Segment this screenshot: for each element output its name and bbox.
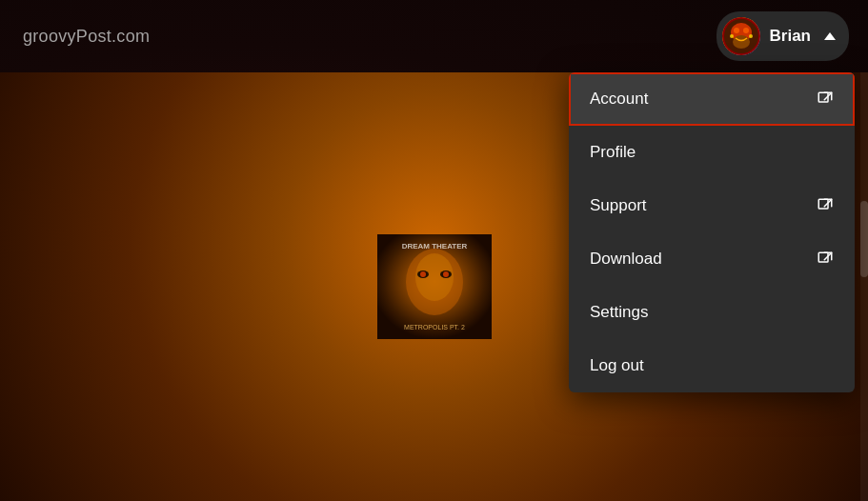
chevron-up-icon (824, 32, 836, 40)
header: groovyPost.com Brian (0, 0, 868, 72)
scrollbar-track[interactable] (860, 72, 868, 501)
svg-point-4 (734, 28, 739, 33)
avatar (722, 17, 760, 55)
username-label: Brian (770, 27, 811, 46)
menu-item-download[interactable]: Download (569, 232, 855, 286)
menu-item-profile[interactable]: Profile (569, 126, 855, 179)
external-link-icon-support (817, 197, 834, 214)
menu-item-support[interactable]: Support (569, 179, 855, 232)
scrollbar-thumb[interactable] (860, 201, 868, 277)
svg-point-3 (733, 35, 750, 49)
svg-point-6 (730, 34, 734, 38)
album-art-dreamtheater[interactable]: DREAM THEATER METROPOLIS PT. 2 (229, 225, 343, 330)
user-dropdown-menu: Account Profile Support Download Setting… (569, 72, 855, 392)
menu-item-logout[interactable]: Log out (569, 339, 855, 392)
user-menu-button[interactable]: Brian (717, 11, 849, 61)
menu-item-account[interactable]: Account (569, 72, 855, 126)
avatar-image (722, 17, 760, 55)
external-link-icon-account (817, 90, 834, 108)
menu-item-settings[interactable]: Settings (569, 286, 855, 339)
svg-point-5 (743, 28, 749, 33)
svg-point-7 (749, 34, 753, 38)
site-logo: groovyPost.com (23, 27, 150, 47)
external-link-icon-download (817, 250, 834, 268)
